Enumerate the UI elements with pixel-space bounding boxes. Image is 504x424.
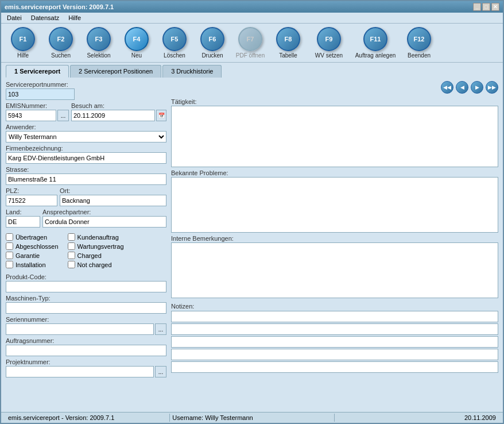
toolbar-suchen[interactable]: F2 Suchen xyxy=(44,27,78,59)
toolbar-wv[interactable]: F9 WV setzen xyxy=(309,27,349,59)
garantie-label: Garantie xyxy=(15,252,40,259)
projekt-group: Projektnummer: ... xyxy=(6,359,166,377)
land-group: Land: xyxy=(6,209,40,228)
close-button[interactable]: ✕ xyxy=(491,3,499,11)
window-controls: _ □ ✕ xyxy=(473,3,499,11)
toolbar: F1 Hilfe F2 Suchen F3 Selektion F4 Neu F… xyxy=(1,24,503,63)
uebertragen-checkbox[interactable] xyxy=(6,233,13,241)
maschinen-input[interactable] xyxy=(6,302,166,314)
toolbar-drucken[interactable]: F6 Drucken xyxy=(195,27,230,59)
kundenauftrag-checkbox[interactable] xyxy=(68,233,75,241)
note-row-3 xyxy=(171,336,498,348)
produkt-label: Produkt-Code: xyxy=(6,273,166,280)
menu-datensatz[interactable]: Datensatz xyxy=(30,14,61,22)
serien-browse-button[interactable]: ... xyxy=(155,323,166,335)
right-panel: ◀◀ ◀ ▶ ▶▶ Tätigkeit: Bekannte Probleme: xyxy=(171,81,498,410)
minimize-button[interactable]: _ xyxy=(473,3,481,11)
emis-label: EMISNummer: xyxy=(6,102,69,109)
firma-label: Firmenbezeichnung: xyxy=(6,145,166,152)
maschinen-label: Maschinen-Typ: xyxy=(6,295,166,302)
nav-buttons: ◀◀ ◀ ▶ ▶▶ xyxy=(171,81,498,94)
anwender-select[interactable]: Willy Testermann xyxy=(6,131,166,142)
toolbar-selektion[interactable]: F3 Selektion xyxy=(82,27,116,59)
ort-input[interactable] xyxy=(60,195,166,206)
note-input-5[interactable] xyxy=(171,361,498,373)
emis-browse-button[interactable]: ... xyxy=(57,110,69,121)
serien-input[interactable] xyxy=(6,323,154,335)
plz-input[interactable] xyxy=(6,195,57,206)
garantie-checkbox[interactable] xyxy=(6,252,13,259)
serien-group: Seriennummer: ... xyxy=(6,316,166,335)
emis-group: EMISNummer: ... xyxy=(6,102,69,121)
strasse-input[interactable] xyxy=(6,174,166,185)
land-input[interactable] xyxy=(6,216,40,228)
note-input-3[interactable] xyxy=(171,336,498,348)
nav-prev-button[interactable]: ◀ xyxy=(456,81,468,94)
emis-besuch-row: EMISNummer: ... Besuch am: 📅 xyxy=(6,102,166,124)
servicereportnummer-group: Servicereportnummer: xyxy=(6,81,166,100)
servicereportnummer-input[interactable] xyxy=(6,88,75,100)
tab-druckhistorie[interactable]: 3 Druckhistorie xyxy=(162,65,222,78)
firma-input[interactable] xyxy=(6,152,166,164)
taetigkeit-textarea[interactable] xyxy=(171,106,498,167)
tab-positionen[interactable]: 2 Servicereport Positionen xyxy=(70,65,161,78)
tabelle-label: Tabelle xyxy=(279,52,297,59)
toolbar-hilfe[interactable]: F1 Hilfe xyxy=(6,27,40,59)
f8-icon: F8 xyxy=(276,27,300,51)
ansprechpartner-input[interactable] xyxy=(42,216,166,228)
note-input-2[interactable] xyxy=(171,323,498,335)
nav-first-button[interactable]: ◀◀ xyxy=(441,81,453,94)
f4-icon: F4 xyxy=(125,27,149,51)
plz-ort-row: PLZ: Ort: xyxy=(6,187,166,209)
charged-checkbox[interactable] xyxy=(68,252,75,259)
nav-last-button[interactable]: ▶▶ xyxy=(486,81,498,94)
toolbar-auftrag[interactable]: F11 Auftrag anlegen xyxy=(352,27,398,59)
form-area: Servicereportnummer: EMISNummer: ... Bes… xyxy=(6,81,498,410)
wartungsvertrag-checkbox[interactable] xyxy=(68,242,75,250)
plz-group: PLZ: xyxy=(6,187,57,206)
note-input-4[interactable] xyxy=(171,349,498,360)
status-date: 20.11.2009 xyxy=(335,414,498,422)
besuch-date-input: 📅 xyxy=(71,110,166,121)
notizen-group: Notizen: xyxy=(171,303,498,374)
bemerkungen-group: Interne Bemerkungen: xyxy=(171,235,498,298)
kundenauftrag-row: Kundenauftrag xyxy=(68,233,124,241)
auftragsnummer-input[interactable] xyxy=(6,345,166,356)
nav-next-button[interactable]: ▶ xyxy=(471,81,483,94)
besuch-date-field[interactable] xyxy=(71,110,155,121)
window-title: emis.servicereport Version: 2009.7.1 xyxy=(5,3,114,10)
toolbar-loeschen[interactable]: F5 Löschen xyxy=(157,27,192,59)
produkt-input[interactable] xyxy=(6,281,166,292)
left-panel: Servicereportnummer: EMISNummer: ... Bes… xyxy=(6,81,166,410)
note-row-5 xyxy=(171,361,498,373)
plz-label: PLZ: xyxy=(6,187,57,194)
wartungsvertrag-row: Wartungsvertrag xyxy=(68,242,124,250)
installation-row: Installation xyxy=(6,261,59,268)
projekt-browse-button[interactable]: ... xyxy=(155,366,166,377)
anwender-label: Anwender: xyxy=(6,124,166,130)
menu-hilfe[interactable]: Hilfe xyxy=(67,14,82,22)
ort-group: Ort: xyxy=(60,187,166,206)
calendar-button[interactable]: 📅 xyxy=(156,110,166,121)
not-charged-label: Not charged xyxy=(77,261,112,268)
tab-servicereport[interactable]: 1 Servicereport xyxy=(6,65,69,78)
toolbar-neu[interactable]: F4 Neu xyxy=(119,27,154,59)
menu-datei[interactable]: Datei xyxy=(6,14,23,22)
installation-checkbox[interactable] xyxy=(6,261,13,268)
toolbar-tabelle[interactable]: F8 Tabelle xyxy=(271,27,305,59)
maximize-button[interactable]: □ xyxy=(482,3,490,11)
auftragsnummer-label: Auftragsnummer: xyxy=(6,337,166,344)
note-input-1[interactable] xyxy=(171,311,498,322)
abgeschlossen-row: Abgeschlossen xyxy=(6,242,59,250)
toolbar-beenden[interactable]: F12 Beenden xyxy=(402,27,436,59)
toolbar-pdf[interactable]: F7 PDF öffnen xyxy=(233,27,267,59)
strasse-group: Strasse: xyxy=(6,166,166,185)
not-charged-checkbox[interactable] xyxy=(68,261,75,268)
projektnummer-input[interactable] xyxy=(6,366,154,377)
emis-input[interactable] xyxy=(6,110,56,121)
probleme-textarea[interactable] xyxy=(171,177,498,233)
f5-icon: F5 xyxy=(162,27,187,51)
abgeschlossen-checkbox[interactable] xyxy=(6,242,13,250)
notizen-label: Notizen: xyxy=(171,303,498,310)
bemerkungen-textarea[interactable] xyxy=(171,242,498,298)
